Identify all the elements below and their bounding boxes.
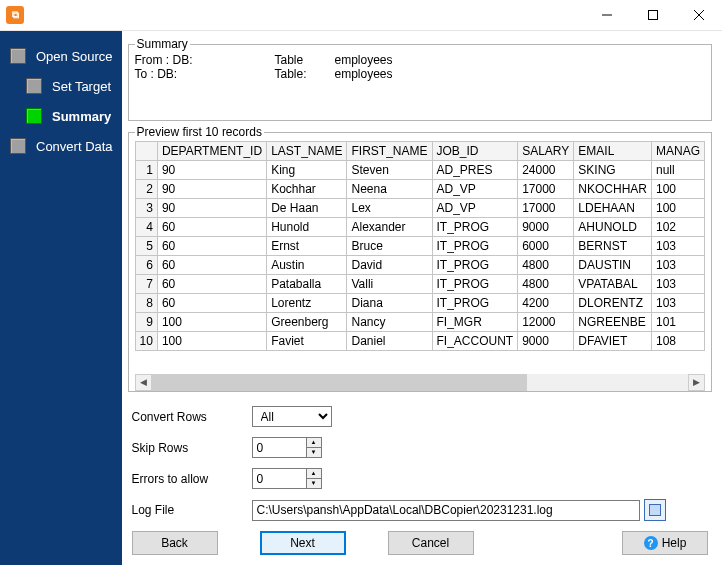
- convert-rows-select[interactable]: All: [252, 406, 332, 427]
- cell[interactable]: FI_ACCOUNT: [432, 332, 518, 351]
- cell[interactable]: Steven: [347, 161, 432, 180]
- spin-up-icon[interactable]: ▲: [306, 468, 322, 478]
- col-header[interactable]: JOB_ID: [432, 142, 518, 161]
- col-header[interactable]: LAST_NAME: [267, 142, 347, 161]
- cell[interactable]: IT_PROG: [432, 294, 518, 313]
- cell[interactable]: Bruce: [347, 237, 432, 256]
- cell[interactable]: 60: [157, 275, 266, 294]
- col-header[interactable]: MANAG: [651, 142, 704, 161]
- logfile-input[interactable]: [252, 500, 640, 521]
- horizontal-scrollbar[interactable]: ◀ ▶: [135, 373, 705, 391]
- cell[interactable]: 100: [651, 180, 704, 199]
- cell[interactable]: 90: [157, 161, 266, 180]
- cell[interactable]: 90: [157, 199, 266, 218]
- cell[interactable]: 4200: [518, 294, 574, 313]
- scroll-right-arrow-icon[interactable]: ▶: [688, 374, 705, 391]
- table-row[interactable]: 290KochharNeenaAD_VP17000NKOCHHAR100: [136, 180, 705, 199]
- cell[interactable]: 17000: [518, 199, 574, 218]
- cell[interactable]: NGREENBE: [574, 313, 652, 332]
- cell[interactable]: 103: [651, 275, 704, 294]
- table-row[interactable]: 10100FavietDanielFI_ACCOUNT9000DFAVIET10…: [136, 332, 705, 351]
- col-header[interactable]: FIRST_NAME: [347, 142, 432, 161]
- cell[interactable]: Greenberg: [267, 313, 347, 332]
- cell[interactable]: Faviet: [267, 332, 347, 351]
- cell[interactable]: IT_PROG: [432, 275, 518, 294]
- cell[interactable]: IT_PROG: [432, 218, 518, 237]
- errors-input[interactable]: [252, 468, 306, 489]
- cell[interactable]: Lorentz: [267, 294, 347, 313]
- cell[interactable]: SKING: [574, 161, 652, 180]
- cell[interactable]: Lex: [347, 199, 432, 218]
- cell[interactable]: AD_VP: [432, 180, 518, 199]
- maximize-button[interactable]: [630, 0, 676, 30]
- cell[interactable]: Valli: [347, 275, 432, 294]
- cell[interactable]: 103: [651, 237, 704, 256]
- cell[interactable]: AHUNOLD: [574, 218, 652, 237]
- help-button[interactable]: ? Help: [622, 531, 708, 555]
- table-row[interactable]: 860LorentzDianaIT_PROG4200DLORENTZ103: [136, 294, 705, 313]
- errors-spinner[interactable]: ▲▼: [252, 468, 322, 489]
- back-button[interactable]: Back: [132, 531, 218, 555]
- cell[interactable]: Pataballa: [267, 275, 347, 294]
- step-summary[interactable]: Summary: [0, 101, 122, 131]
- cell[interactable]: 60: [157, 218, 266, 237]
- close-button[interactable]: [676, 0, 722, 30]
- table-row[interactable]: 390De HaanLexAD_VP17000LDEHAAN100: [136, 199, 705, 218]
- cell[interactable]: DLORENTZ: [574, 294, 652, 313]
- cell[interactable]: Kochhar: [267, 180, 347, 199]
- spin-down-icon[interactable]: ▼: [306, 478, 322, 489]
- cell[interactable]: De Haan: [267, 199, 347, 218]
- cell[interactable]: IT_PROG: [432, 256, 518, 275]
- cell[interactable]: LDEHAAN: [574, 199, 652, 218]
- table-row[interactable]: 660AustinDavidIT_PROG4800DAUSTIN103: [136, 256, 705, 275]
- cell[interactable]: 4800: [518, 275, 574, 294]
- scroll-track[interactable]: [152, 374, 688, 391]
- col-header[interactable]: DEPARTMENT_ID: [157, 142, 266, 161]
- next-button[interactable]: Next: [260, 531, 346, 555]
- cell[interactable]: 60: [157, 256, 266, 275]
- cell[interactable]: 9000: [518, 332, 574, 351]
- spin-down-icon[interactable]: ▼: [306, 447, 322, 458]
- cell[interactable]: DFAVIET: [574, 332, 652, 351]
- cell[interactable]: David: [347, 256, 432, 275]
- table-row[interactable]: 190KingStevenAD_PRES24000SKINGnull: [136, 161, 705, 180]
- table-row[interactable]: 760PataballaValliIT_PROG4800VPATABAL103: [136, 275, 705, 294]
- cell[interactable]: VPATABAL: [574, 275, 652, 294]
- cell[interactable]: 6000: [518, 237, 574, 256]
- cell[interactable]: Alexander: [347, 218, 432, 237]
- cell[interactable]: IT_PROG: [432, 237, 518, 256]
- cell[interactable]: NKOCHHAR: [574, 180, 652, 199]
- browse-logfile-button[interactable]: [644, 499, 666, 521]
- minimize-button[interactable]: [584, 0, 630, 30]
- cell[interactable]: Ernst: [267, 237, 347, 256]
- cell[interactable]: 24000: [518, 161, 574, 180]
- cell[interactable]: Hunold: [267, 218, 347, 237]
- cell[interactable]: Diana: [347, 294, 432, 313]
- cell[interactable]: 101: [651, 313, 704, 332]
- cell[interactable]: 100: [157, 313, 266, 332]
- cell[interactable]: 9000: [518, 218, 574, 237]
- cell[interactable]: King: [267, 161, 347, 180]
- scroll-thumb[interactable]: [152, 374, 528, 391]
- cell[interactable]: 103: [651, 294, 704, 313]
- preview-grid[interactable]: DEPARTMENT_ID LAST_NAME FIRST_NAME JOB_I…: [135, 141, 705, 351]
- table-row[interactable]: 9100GreenbergNancyFI_MGR12000NGREENBE101: [136, 313, 705, 332]
- cell[interactable]: null: [651, 161, 704, 180]
- cell[interactable]: Nancy: [347, 313, 432, 332]
- col-header[interactable]: SALARY: [518, 142, 574, 161]
- skip-rows-spinner[interactable]: ▲▼: [252, 437, 322, 458]
- step-convert-data[interactable]: Convert Data: [0, 131, 122, 161]
- table-row[interactable]: 560ErnstBruceIT_PROG6000BERNST103: [136, 237, 705, 256]
- cell[interactable]: 108: [651, 332, 704, 351]
- step-open-source[interactable]: Open Source: [0, 41, 122, 71]
- cell[interactable]: AD_VP: [432, 199, 518, 218]
- cell[interactable]: 103: [651, 256, 704, 275]
- col-header[interactable]: EMAIL: [574, 142, 652, 161]
- spin-up-icon[interactable]: ▲: [306, 437, 322, 447]
- cell[interactable]: 4800: [518, 256, 574, 275]
- cell[interactable]: BERNST: [574, 237, 652, 256]
- skip-rows-input[interactable]: [252, 437, 306, 458]
- cell[interactable]: 60: [157, 294, 266, 313]
- cell[interactable]: FI_MGR: [432, 313, 518, 332]
- cell[interactable]: Austin: [267, 256, 347, 275]
